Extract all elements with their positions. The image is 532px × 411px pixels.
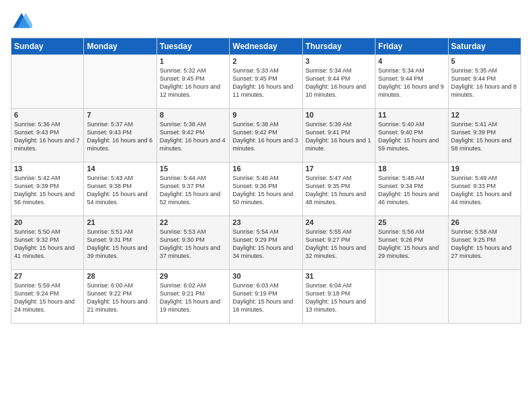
day-number: 28	[87, 272, 153, 280]
day-number: 31	[306, 272, 372, 280]
cell-info: Sunrise: 5:51 AMSunset: 9:31 PMDaylight:…	[87, 228, 153, 261]
day-number: 26	[451, 218, 518, 226]
calendar-cell: 12Sunrise: 5:41 AMSunset: 9:39 PMDayligh…	[448, 109, 521, 163]
calendar-cell: 23Sunrise: 5:54 AMSunset: 9:29 PMDayligh…	[230, 216, 302, 270]
calendar-cell: 10Sunrise: 5:39 AMSunset: 9:41 PMDayligh…	[302, 109, 375, 163]
cell-info: Sunrise: 5:41 AMSunset: 9:39 PMDaylight:…	[451, 120, 518, 153]
day-number: 3	[306, 57, 372, 65]
day-number: 8	[160, 111, 226, 119]
day-number: 17	[306, 165, 372, 173]
cell-info: Sunrise: 5:34 AMSunset: 9:44 PMDaylight:…	[306, 66, 372, 99]
header-thursday: Thursday	[302, 38, 375, 55]
cell-info: Sunrise: 5:43 AMSunset: 9:38 PMDaylight:…	[87, 174, 153, 207]
cell-info: Sunrise: 6:02 AMSunset: 9:21 PMDaylight:…	[160, 281, 226, 314]
calendar-cell: 11Sunrise: 5:40 AMSunset: 9:40 PMDayligh…	[375, 109, 448, 163]
cell-info: Sunrise: 5:44 AMSunset: 9:37 PMDaylight:…	[160, 174, 226, 207]
day-number: 5	[451, 57, 518, 65]
calendar-cell: 29Sunrise: 6:02 AMSunset: 9:21 PMDayligh…	[157, 270, 229, 324]
week-row-2: 13Sunrise: 5:42 AMSunset: 9:39 PMDayligh…	[11, 163, 521, 216]
cell-info: Sunrise: 5:55 AMSunset: 9:27 PMDaylight:…	[306, 228, 372, 261]
day-number: 23	[232, 218, 299, 226]
calendar-cell: 9Sunrise: 5:38 AMSunset: 9:42 PMDaylight…	[230, 109, 302, 163]
calendar-body: 1Sunrise: 5:32 AMSunset: 9:45 PMDaylight…	[11, 55, 521, 324]
cell-info: Sunrise: 5:34 AMSunset: 9:44 PMDaylight:…	[378, 66, 445, 99]
cell-info: Sunrise: 5:37 AMSunset: 9:43 PMDaylight:…	[87, 120, 153, 153]
cell-info: Sunrise: 5:49 AMSunset: 9:33 PMDaylight:…	[451, 174, 518, 207]
calendar-cell: 3Sunrise: 5:34 AMSunset: 9:44 PMDaylight…	[302, 55, 375, 109]
calendar-cell: 28Sunrise: 6:00 AMSunset: 9:22 PMDayligh…	[84, 270, 157, 324]
cell-info: Sunrise: 5:40 AMSunset: 9:40 PMDaylight:…	[378, 120, 445, 153]
calendar-cell: 24Sunrise: 5:55 AMSunset: 9:27 PMDayligh…	[302, 216, 375, 270]
calendar-cell: 25Sunrise: 5:56 AMSunset: 9:26 PMDayligh…	[375, 216, 448, 270]
calendar-cell	[375, 270, 448, 324]
week-row-1: 6Sunrise: 5:36 AMSunset: 9:43 PMDaylight…	[11, 109, 521, 163]
day-number: 25	[378, 218, 445, 226]
cell-info: Sunrise: 5:53 AMSunset: 9:30 PMDaylight:…	[160, 228, 226, 261]
cell-info: Sunrise: 6:04 AMSunset: 9:18 PMDaylight:…	[306, 281, 372, 314]
header-row: SundayMondayTuesdayWednesdayThursdayFrid…	[11, 38, 521, 55]
calendar-cell: 2Sunrise: 5:33 AMSunset: 9:45 PMDaylight…	[230, 55, 302, 109]
header-sunday: Sunday	[11, 38, 84, 55]
cell-info: Sunrise: 5:54 AMSunset: 9:29 PMDaylight:…	[232, 228, 299, 261]
calendar-cell: 26Sunrise: 5:58 AMSunset: 9:25 PMDayligh…	[448, 216, 521, 270]
cell-info: Sunrise: 5:50 AMSunset: 9:32 PMDaylight:…	[14, 228, 81, 261]
calendar-cell: 27Sunrise: 5:59 AMSunset: 9:24 PMDayligh…	[11, 270, 84, 324]
day-number: 9	[232, 111, 299, 119]
cell-info: Sunrise: 5:58 AMSunset: 9:25 PMDaylight:…	[451, 228, 518, 261]
day-number: 16	[232, 165, 299, 173]
calendar-cell: 7Sunrise: 5:37 AMSunset: 9:43 PMDaylight…	[84, 109, 157, 163]
calendar-cell: 31Sunrise: 6:04 AMSunset: 9:18 PMDayligh…	[302, 270, 375, 324]
cell-info: Sunrise: 6:03 AMSunset: 9:19 PMDaylight:…	[232, 281, 299, 314]
cell-info: Sunrise: 6:00 AMSunset: 9:22 PMDaylight:…	[87, 281, 153, 314]
cell-info: Sunrise: 5:35 AMSunset: 9:44 PMDaylight:…	[451, 66, 518, 99]
day-number: 18	[378, 165, 445, 173]
calendar-cell: 17Sunrise: 5:47 AMSunset: 9:35 PMDayligh…	[302, 163, 375, 216]
day-number: 11	[378, 111, 445, 119]
calendar-cell: 14Sunrise: 5:43 AMSunset: 9:38 PMDayligh…	[84, 163, 157, 216]
cell-info: Sunrise: 5:36 AMSunset: 9:43 PMDaylight:…	[14, 120, 81, 153]
day-number: 19	[451, 165, 518, 173]
logo-icon	[11, 11, 32, 32]
header-monday: Monday	[84, 38, 157, 55]
week-row-0: 1Sunrise: 5:32 AMSunset: 9:45 PMDaylight…	[11, 55, 521, 109]
calendar-cell: 18Sunrise: 5:48 AMSunset: 9:34 PMDayligh…	[375, 163, 448, 216]
calendar-cell: 5Sunrise: 5:35 AMSunset: 9:44 PMDaylight…	[448, 55, 521, 109]
day-number: 14	[87, 165, 153, 173]
calendar-cell: 30Sunrise: 6:03 AMSunset: 9:19 PMDayligh…	[230, 270, 302, 324]
cell-info: Sunrise: 5:38 AMSunset: 9:42 PMDaylight:…	[160, 120, 226, 153]
day-number: 4	[378, 57, 445, 65]
logo	[11, 11, 35, 32]
header-tuesday: Tuesday	[157, 38, 229, 55]
header-friday: Friday	[375, 38, 448, 55]
cell-info: Sunrise: 5:39 AMSunset: 9:41 PMDaylight:…	[306, 120, 372, 153]
day-number: 27	[14, 272, 81, 280]
cell-info: Sunrise: 5:47 AMSunset: 9:35 PMDaylight:…	[306, 174, 372, 207]
week-row-3: 20Sunrise: 5:50 AMSunset: 9:32 PMDayligh…	[11, 216, 521, 270]
day-number: 13	[14, 165, 81, 173]
cell-info: Sunrise: 5:56 AMSunset: 9:26 PMDaylight:…	[378, 228, 445, 261]
calendar-cell: 1Sunrise: 5:32 AMSunset: 9:45 PMDaylight…	[157, 55, 229, 109]
calendar-cell: 20Sunrise: 5:50 AMSunset: 9:32 PMDayligh…	[11, 216, 84, 270]
cell-info: Sunrise: 5:32 AMSunset: 9:45 PMDaylight:…	[160, 66, 226, 99]
cell-info: Sunrise: 5:59 AMSunset: 9:24 PMDaylight:…	[14, 281, 81, 314]
week-row-4: 27Sunrise: 5:59 AMSunset: 9:24 PMDayligh…	[11, 270, 521, 324]
calendar-cell	[84, 55, 157, 109]
calendar-table: SundayMondayTuesdayWednesdayThursdayFrid…	[11, 38, 521, 324]
cell-info: Sunrise: 5:46 AMSunset: 9:36 PMDaylight:…	[232, 174, 299, 207]
day-number: 7	[87, 111, 153, 119]
calendar-cell	[11, 55, 84, 109]
header-wednesday: Wednesday	[230, 38, 302, 55]
day-number: 29	[160, 272, 226, 280]
day-number: 2	[232, 57, 299, 65]
day-number: 15	[160, 165, 226, 173]
page-header	[11, 11, 521, 32]
day-number: 22	[160, 218, 226, 226]
calendar-cell: 19Sunrise: 5:49 AMSunset: 9:33 PMDayligh…	[448, 163, 521, 216]
calendar-cell: 13Sunrise: 5:42 AMSunset: 9:39 PMDayligh…	[11, 163, 84, 216]
cell-info: Sunrise: 5:48 AMSunset: 9:34 PMDaylight:…	[378, 174, 445, 207]
day-number: 24	[306, 218, 372, 226]
calendar-cell: 4Sunrise: 5:34 AMSunset: 9:44 PMDaylight…	[375, 55, 448, 109]
calendar-cell: 15Sunrise: 5:44 AMSunset: 9:37 PMDayligh…	[157, 163, 229, 216]
day-number: 20	[14, 218, 81, 226]
header-saturday: Saturday	[448, 38, 521, 55]
